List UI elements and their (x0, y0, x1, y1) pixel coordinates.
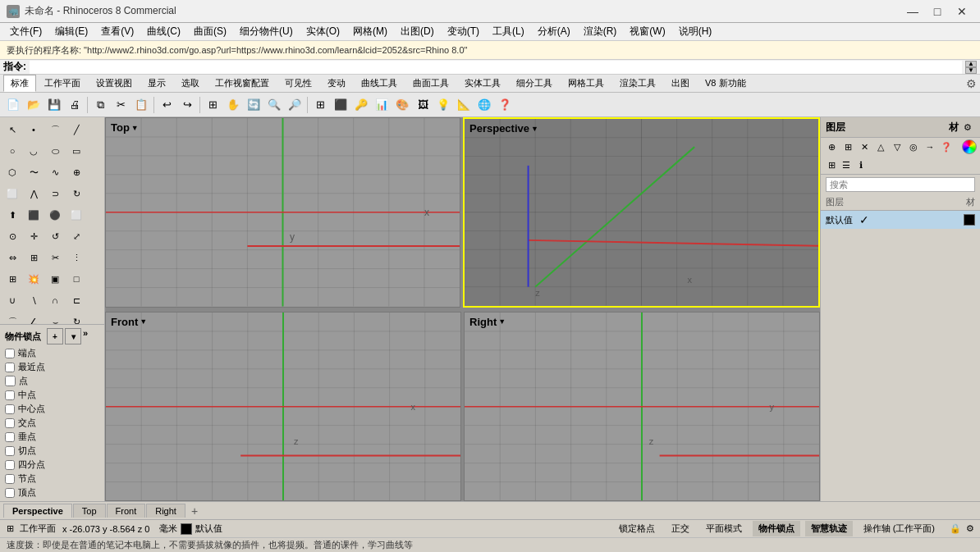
grid-lock-btn[interactable]: 锁定格点 (613, 521, 661, 536)
osnap-center[interactable]: 中心点 (2, 402, 103, 416)
osnap-point[interactable]: 点 (2, 374, 103, 388)
split-tool[interactable]: ⋮ (66, 248, 86, 267)
save-button[interactable]: 💾 (44, 95, 64, 115)
menu-surface[interactable]: 曲面(S) (187, 23, 233, 40)
scale-tool[interactable]: ⤢ (66, 226, 86, 246)
pan-button[interactable]: ✋ (223, 95, 243, 115)
polygon-tool[interactable]: ⬡ (2, 162, 22, 182)
surface-tool[interactable]: ⬜ (2, 184, 22, 203)
zoom-ext-button[interactable]: ⊞ (203, 95, 222, 115)
sweep-tool[interactable]: ⊃ (45, 184, 65, 203)
menu-solid[interactable]: 实体(O) (300, 23, 346, 40)
color-swatch[interactable] (181, 523, 192, 535)
light-button[interactable]: 💡 (433, 95, 453, 115)
viewport-right-label[interactable]: Right ▼ (469, 316, 506, 328)
osnap-midpoint-cb[interactable] (5, 390, 15, 400)
tab-transform[interactable]: 变动 (320, 75, 353, 92)
box-tool[interactable]: ⬛ (24, 205, 44, 225)
control-pt-tool[interactable]: ⊕ (66, 162, 86, 182)
extrude-tool[interactable]: ⬆ (2, 205, 22, 225)
move-tool[interactable]: ✛ (24, 226, 44, 246)
workplane-icon[interactable]: ⊞ (3, 522, 16, 536)
layer-default-color[interactable] (964, 214, 975, 226)
osnap-quad-cb[interactable] (5, 460, 15, 470)
info-btn[interactable]: ℹ (854, 157, 868, 172)
viewport-front[interactable]: z x Front ▼ (105, 312, 461, 502)
osnap-expand-btn[interactable]: » (83, 328, 99, 344)
osnap-filter-btn[interactable]: ▾ (65, 328, 81, 344)
render-button[interactable]: 🖼 (413, 95, 433, 115)
viewport-perspective-label[interactable]: Perspective ▼ (469, 122, 538, 135)
osnap-intersect[interactable]: 交点 (2, 416, 103, 430)
cylinder-tool[interactable]: ⬜ (66, 205, 86, 225)
line-tool[interactable]: ╱ (66, 120, 86, 139)
settings-icon[interactable]: ⚙ (960, 120, 975, 135)
viewport-top-label[interactable]: Top ▼ (111, 121, 139, 134)
vp-tab-add[interactable]: + (186, 503, 203, 519)
osnap-perp[interactable]: 垂点 (2, 430, 103, 444)
gumball-btn[interactable]: 操作轴 (工作平面) (858, 521, 941, 536)
menu-tools[interactable]: 工具(L) (486, 23, 531, 40)
tab-v8new[interactable]: V8 新功能 (698, 75, 753, 92)
tab-render-tools[interactable]: 渲染工具 (612, 75, 663, 92)
vp-tab-front[interactable]: Front (107, 504, 146, 518)
osnap-vertex-cb[interactable] (5, 488, 15, 498)
layers-button[interactable]: 📊 (372, 95, 392, 115)
points-button[interactable]: ⬛ (331, 95, 350, 115)
osnap-vertex[interactable]: 顶点 (2, 486, 103, 500)
vp-tab-right[interactable]: Right (146, 504, 185, 518)
plane-mode-btn[interactable]: 平面模式 (700, 521, 748, 536)
zoom-out-button[interactable]: 🔎 (285, 95, 305, 115)
paste-button[interactable]: 📋 (131, 95, 151, 115)
redo-button[interactable]: ↪ (177, 95, 197, 115)
viewport-front-label[interactable]: Front ▼ (111, 316, 147, 328)
copy-button[interactable]: ⧉ (90, 95, 110, 115)
menu-render[interactable]: 渲染(R) (577, 23, 624, 40)
tab-subd-tools[interactable]: 细分工具 (509, 75, 560, 92)
array-tool[interactable]: ⊞ (24, 248, 44, 267)
menu-curve[interactable]: 曲线(C) (140, 23, 187, 40)
object-props-button[interactable]: 🔑 (351, 95, 371, 115)
osnap-nearpoint-cb[interactable] (5, 363, 15, 372)
osnap-quad[interactable]: 四分点 (2, 458, 103, 472)
osnap-knot-cb[interactable] (5, 474, 15, 484)
open-button[interactable]: 📂 (24, 95, 44, 115)
ungroup-tool[interactable]: □ (66, 269, 86, 289)
menu-file[interactable]: 文件(F) (3, 23, 48, 40)
menu-transform[interactable]: 变动(T) (441, 23, 486, 40)
tab-vpconfig[interactable]: 工作视窗配置 (208, 75, 277, 92)
undo-button[interactable]: ↩ (157, 95, 176, 115)
menu-analyze[interactable]: 分析(A) (531, 23, 577, 40)
new-button[interactable]: 📄 (3, 95, 23, 115)
tab-curve-tools[interactable]: 曲线工具 (354, 75, 405, 92)
grid-view-btn[interactable]: ⊞ (824, 157, 839, 172)
menu-subd[interactable]: 细分物件(U) (233, 23, 300, 40)
list-view-btn[interactable]: ☰ (839, 157, 854, 172)
change-to-layer-btn[interactable]: → (923, 139, 937, 154)
maximize-button[interactable]: □ (926, 3, 949, 20)
osnap-btn[interactable]: 物件锁点 (753, 521, 800, 536)
new-sublayer-btn[interactable]: ⊞ (840, 139, 855, 154)
zoom-in-button[interactable]: 🔍 (264, 95, 284, 115)
grid-button[interactable]: ⊞ (310, 95, 330, 115)
viewport-right[interactable]: z y Right ▼ (464, 312, 820, 502)
osnap-endpoint-cb[interactable] (5, 349, 15, 358)
blend-tool[interactable]: ⌣ (45, 312, 65, 324)
mirror-tool[interactable]: ⇔ (2, 248, 22, 267)
smarttrack-btn[interactable]: 智慧轨迹 (805, 521, 853, 536)
circle-tool[interactable]: ○ (2, 141, 22, 161)
osnap-add-btn[interactable]: + (47, 328, 63, 344)
offset-tool[interactable]: ⊏ (66, 290, 86, 310)
scroll-down[interactable]: ▼ (965, 67, 977, 74)
layers-search-input[interactable] (826, 177, 975, 192)
print-button[interactable]: 🖨 (65, 95, 85, 115)
osnap-midpoint[interactable]: 中点 (2, 388, 103, 402)
tab-setview[interactable]: 设置视图 (89, 75, 140, 92)
close-button[interactable]: ✕ (950, 3, 973, 20)
lock-icon[interactable]: 🔒 (949, 522, 962, 536)
osnap-perp-cb[interactable] (5, 432, 15, 442)
layer-item-default[interactable]: 默认值 ✓ (821, 211, 980, 229)
spline-tool[interactable]: ∿ (45, 162, 65, 182)
fillet-tool[interactable]: ⌒ (2, 312, 22, 324)
menu-edit[interactable]: 编辑(E) (48, 23, 94, 40)
